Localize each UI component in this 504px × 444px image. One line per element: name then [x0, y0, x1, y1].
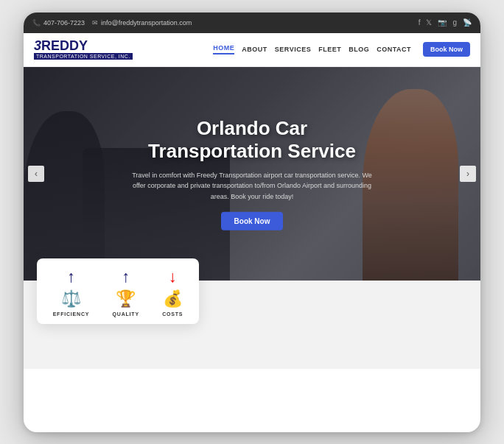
instagram-icon[interactable]: 📷: [438, 18, 447, 27]
email-icon: ✉: [92, 19, 98, 27]
logo-e: 3: [34, 38, 41, 53]
top-bar: 📞 407-706-7223 ✉ info@freddytransportati…: [24, 13, 480, 33]
efficiency-label: EFFICIENCY: [53, 311, 90, 317]
hero-subtitle: Travel in comfort with Freedy Transporta…: [127, 170, 377, 202]
feature-costs: ↓ 💰 COSTS: [162, 269, 183, 317]
nav-fleet[interactable]: FLEET: [318, 46, 341, 53]
header-book-button[interactable]: Book Now: [423, 42, 470, 57]
nav-services[interactable]: SERVICES: [275, 46, 311, 53]
logo: 3REDDY TRANSPORTATION SERVICE, INC.: [34, 39, 133, 60]
feature-efficiency: ↑ ⚖️ EFFICIENCY: [53, 269, 90, 317]
quality-arrow-up: ↑: [122, 269, 130, 285]
logo-sub: TRANSPORTATION SERVICE, INC.: [34, 53, 133, 60]
costs-arrow-down: ↓: [169, 269, 177, 285]
hero-arrow-left[interactable]: ‹: [28, 166, 44, 182]
site-header: 3REDDY TRANSPORTATION SERVICE, INC. HOME…: [24, 33, 480, 67]
phone-item: 📞 407-706-7223: [32, 19, 85, 27]
hero-section: ‹ Orlando Car Transportation Service Tra…: [24, 67, 480, 281]
hero-title: Orlando Car Transportation Service: [46, 116, 458, 162]
device-frame: 📞 407-706-7223 ✉ info@freddytransportati…: [24, 13, 480, 432]
features-card: ↑ ⚖️ EFFICIENCY ↑ 🏆 QUALITY ↓ 💰 COSTS: [37, 258, 199, 324]
costs-icon: 💰: [163, 289, 183, 309]
efficiency-icon: ⚖️: [61, 289, 81, 309]
quality-icon: 🏆: [116, 289, 136, 309]
feature-quality: ↑ 🏆 QUALITY: [113, 269, 139, 317]
nav-blog[interactable]: BLOG: [349, 46, 369, 53]
quality-label: QUALITY: [113, 311, 139, 317]
rss-icon[interactable]: 📡: [463, 18, 472, 27]
hero-arrow-right[interactable]: ›: [460, 166, 476, 182]
nav-contact[interactable]: CONTACT: [377, 46, 411, 53]
features-section: ↑ ⚖️ EFFICIENCY ↑ 🏆 QUALITY ↓ 💰 COSTS: [24, 281, 480, 369]
top-bar-left: 📞 407-706-7223 ✉ info@freddytransportati…: [32, 19, 192, 27]
costs-label: COSTS: [162, 311, 183, 317]
efficiency-arrow-up: ↑: [67, 269, 75, 285]
logo-rest: REDDY: [41, 38, 88, 53]
hero-content: Orlando Car Transportation Service Trave…: [46, 116, 458, 230]
email-address: info@freddytransportation.com: [101, 19, 192, 27]
facebook-icon[interactable]: f: [419, 18, 421, 27]
google-icon[interactable]: g: [452, 18, 457, 27]
twitter-icon[interactable]: 𝕏: [426, 18, 432, 27]
nav-home[interactable]: HOME: [213, 44, 234, 54]
nav-links: HOME ABOUT SERVICES FLEET BLOG CONTACT B…: [213, 42, 470, 57]
nav-about[interactable]: ABOUT: [242, 46, 267, 53]
social-links: f 𝕏 📷 g 📡: [419, 18, 472, 27]
email-item: ✉ info@freddytransportation.com: [92, 19, 192, 27]
phone-icon: 📞: [32, 19, 41, 27]
logo-text: 3REDDY: [34, 39, 133, 52]
phone-number: 407-706-7223: [43, 19, 85, 27]
features-row: ↑ ⚖️ EFFICIENCY ↑ 🏆 QUALITY ↓ 💰 COSTS: [44, 269, 192, 317]
hero-book-button[interactable]: Book Now: [221, 212, 284, 230]
